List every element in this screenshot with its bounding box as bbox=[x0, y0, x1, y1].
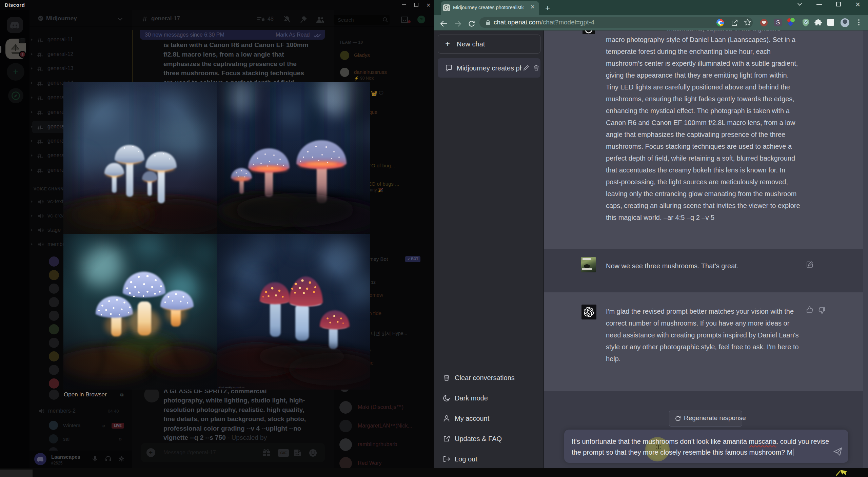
svg-text:AI art weekly inspirations: AI art weekly inspirations bbox=[218, 386, 245, 389]
